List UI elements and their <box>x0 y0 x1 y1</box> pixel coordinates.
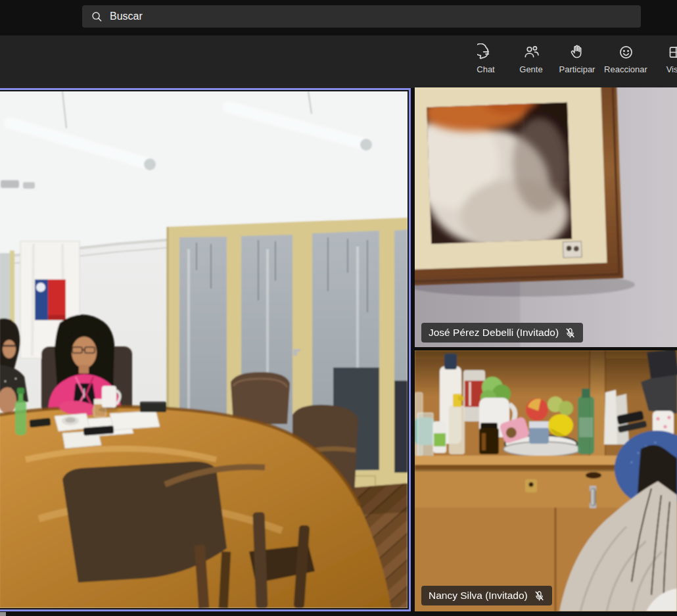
people-label: Gente <box>519 64 542 74</box>
chat-button[interactable]: Chat <box>461 43 511 84</box>
video-tile-main-room[interactable] <box>0 88 411 611</box>
jose-video <box>415 87 677 347</box>
people-icon <box>523 43 540 61</box>
react-icon <box>617 43 635 61</box>
participant-name-label: Nancy Silva (Invitado) <box>421 586 552 605</box>
participant-name: José Pérez Debelli (Invitado) <box>429 327 559 339</box>
view-button[interactable]: Vista <box>651 43 677 84</box>
participant-name-label: José Pérez Debelli (Invitado) <box>421 323 583 343</box>
video-tile-nancy[interactable]: Nancy Silva (Invitado) <box>415 350 677 611</box>
video-tile-jose[interactable]: José Pérez Debelli (Invitado) <box>415 87 677 347</box>
view-label: Vista <box>666 64 677 74</box>
mic-off-icon <box>565 327 576 339</box>
react-label: Reaccionar <box>604 64 647 74</box>
raise-hand-icon <box>569 43 586 61</box>
meeting-stage: José Pérez Debelli (Invitado) <box>0 88 677 616</box>
raise-hand-button[interactable]: Participar <box>552 43 602 84</box>
react-button[interactable]: Reaccionar <box>601 43 651 84</box>
participant-name: Nancy Silva (Invitado) <box>429 590 528 602</box>
meeting-toolbar: Chat Gente Participar <box>0 36 677 88</box>
search-input[interactable]: Buscar <box>82 5 641 28</box>
tile-fragment <box>0 612 6 616</box>
title-bar: Buscar <box>0 0 677 36</box>
conference-room-video <box>0 91 408 608</box>
people-button[interactable]: Gente <box>506 43 556 84</box>
mic-off-icon <box>534 590 545 602</box>
raise-hand-label: Participar <box>559 64 595 74</box>
chat-icon <box>477 43 495 61</box>
search-icon <box>91 11 103 22</box>
search-placeholder: Buscar <box>110 11 143 22</box>
teams-meeting-window: Buscar Chat Gente <box>0 0 677 616</box>
chat-label: Chat <box>477 64 494 74</box>
view-icon <box>667 43 677 61</box>
nancy-video <box>415 350 677 611</box>
